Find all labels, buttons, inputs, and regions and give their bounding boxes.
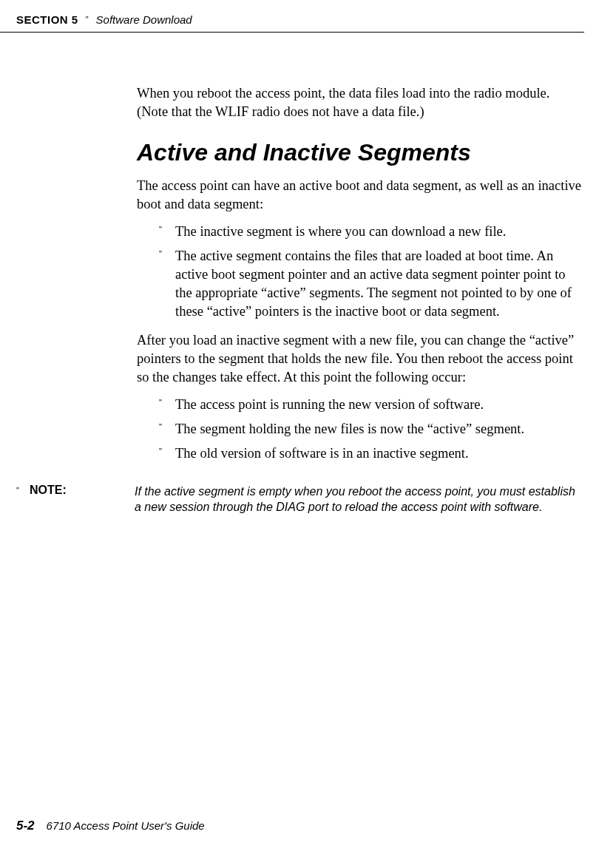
header-bullet-icon: " bbox=[86, 15, 89, 24]
intro-paragraph: When you reboot the access point, the da… bbox=[137, 84, 584, 121]
note-text: If the active segment is empty when you … bbox=[135, 484, 584, 515]
list-item: The access point is running the new vers… bbox=[159, 396, 584, 414]
list-item: The old version of software is in an ina… bbox=[159, 444, 584, 463]
main-content: When you reboot the access point, the da… bbox=[0, 33, 599, 463]
footer-title: 6710 Access Point User's Guide bbox=[47, 819, 205, 832]
paragraph-1: The access point can have an active boot… bbox=[137, 177, 584, 214]
page-header: SECTION 5 " Software Download bbox=[0, 0, 584, 33]
header-title: Software Download bbox=[96, 13, 192, 26]
section-heading: Active and Inactive Segments bbox=[137, 139, 584, 166]
page-footer: 5-2 6710 Access Point User's Guide bbox=[16, 819, 205, 833]
note-label: NOTE: bbox=[30, 484, 135, 515]
list-item: The inactive segment is where you can do… bbox=[159, 223, 584, 241]
list-item: The segment holding the new files is now… bbox=[159, 420, 584, 438]
bullet-list-1: The inactive segment is where you can do… bbox=[137, 223, 584, 321]
list-item: The active segment contains the files th… bbox=[159, 247, 584, 321]
paragraph-2: After you load an inactive segment with … bbox=[137, 331, 584, 387]
page-number: 5-2 bbox=[16, 819, 35, 833]
section-label: SECTION 5 bbox=[16, 13, 78, 26]
bullet-list-2: The access point is running the new vers… bbox=[137, 396, 584, 463]
note-bullet-icon: " bbox=[16, 486, 22, 515]
note-block: " NOTE: If the active segment is empty w… bbox=[0, 473, 599, 515]
